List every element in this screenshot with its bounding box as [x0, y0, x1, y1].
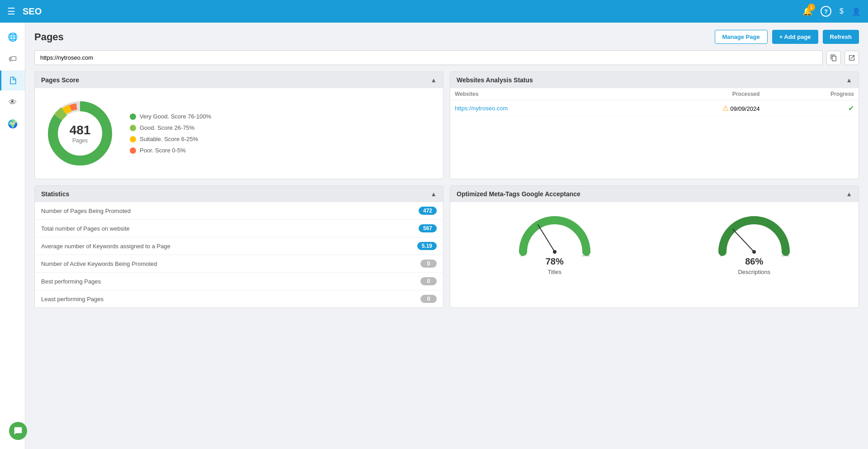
svg-text:360: 360: [781, 255, 789, 256]
pages-score-title: Pages Score: [41, 76, 79, 84]
websites-analysis-title: Websites Analysis Status: [457, 76, 533, 84]
url-bar: https://nytroseo.com: [34, 50, 859, 65]
stat-row-4: Best performing Pages 0: [35, 273, 443, 290]
statistics-card: Statistics ▲ Number of Pages Being Promo…: [34, 185, 443, 308]
app-title: SEO: [23, 6, 802, 17]
pages-score-card: Pages Score ▲: [34, 71, 443, 179]
legend-label-very-good: Very Good. Score 76-100%: [140, 113, 211, 120]
svg-text:0: 0: [520, 255, 523, 256]
sidebar-item-tag[interactable]: 🏷: [0, 49, 25, 69]
header-actions: Manage Page + Add page Refresh: [715, 30, 859, 44]
copy-icon[interactable]: [826, 51, 841, 65]
website-url: https://nytroseo.com: [450, 100, 630, 117]
stat-label-2: Average number of Keywords assigned to a…: [41, 243, 170, 250]
sidebar-item-pages[interactable]: [0, 71, 25, 90]
stat-label-0: Number of Pages Being Promoted: [41, 208, 131, 214]
sidebar-item-eye[interactable]: 👁: [0, 92, 25, 112]
gauge-descriptions-label: Descriptions: [738, 269, 770, 275]
stat-label-5: Least performing Pages: [41, 296, 104, 302]
svg-text:360: 360: [582, 255, 590, 256]
websites-analysis-collapse[interactable]: ▲: [846, 76, 852, 84]
websites-analysis-card: Websites Analysis Status ▲ Websites Proc…: [450, 71, 859, 179]
check-icon: ✔: [848, 104, 854, 112]
gauge-titles: 0 360 78% Titles: [514, 211, 595, 275]
websites-analysis-header: Websites Analysis Status ▲: [450, 72, 859, 88]
legend-dot-suitable: [130, 136, 136, 142]
stat-badge-1: 567: [419, 224, 437, 232]
legend-poor: Poor. Score 0-5%: [130, 147, 211, 154]
stat-row-0: Number of Pages Being Promoted 472: [35, 202, 443, 220]
dollar-icon[interactable]: $: [840, 7, 844, 15]
gauge-descriptions: 0 360 86% Descriptions: [713, 211, 795, 275]
sidebar-item-world[interactable]: 🌍: [0, 114, 25, 134]
chat-bubble[interactable]: [9, 422, 27, 440]
bell-icon[interactable]: 🔔 1: [802, 6, 812, 16]
svg-line-5: [538, 225, 555, 252]
refresh-button[interactable]: Refresh: [823, 30, 859, 44]
stat-badge-2: 5.19: [417, 242, 437, 250]
notification-badge: 1: [808, 4, 815, 11]
stat-row-3: Number of Active Keywords Being Promoted…: [35, 255, 443, 273]
donut-center: 481 Pages: [70, 123, 91, 144]
meta-tags-header: Optimized Meta-Tags Google Acceptance ▲: [450, 186, 859, 202]
col-progress: Progress: [764, 88, 859, 100]
table-row: https://nytroseo.com ⚠ 09/09/2024 ✔: [450, 100, 859, 117]
statistics-title: Statistics: [41, 190, 69, 198]
url-select[interactable]: https://nytroseo.com: [34, 50, 823, 65]
pages-score-header: Pages Score ▲: [35, 72, 443, 88]
stat-row-1: Total number of Pages on website 567: [35, 220, 443, 237]
legend: Very Good. Score 76-100% Good. Score 26-…: [130, 113, 211, 154]
external-link-icon[interactable]: [844, 51, 859, 65]
legend-dot-poor: [130, 147, 136, 154]
stat-badge-5: 0: [420, 295, 437, 303]
stat-row-2: Average number of Keywords assigned to a…: [35, 237, 443, 255]
dashboard-grid: Pages Score ▲: [34, 71, 859, 308]
legend-very-good: Very Good. Score 76-100%: [130, 113, 211, 120]
add-page-button[interactable]: + Add page: [772, 30, 818, 44]
hamburger-menu[interactable]: ☰: [7, 6, 15, 17]
progress-status: ✔: [764, 100, 859, 117]
gauge-descriptions-percent: 86%: [745, 256, 763, 267]
legend-suitable: Suitable. Score 6-25%: [130, 136, 211, 142]
meta-tags-collapse[interactable]: ▲: [846, 190, 852, 198]
stat-label-4: Best performing Pages: [41, 278, 101, 285]
meta-tags-title: Optimized Meta-Tags Google Acceptance: [457, 190, 580, 198]
warning-icon: ⚠: [722, 104, 729, 112]
websites-analysis-body: Websites Processed Progress https://nytr…: [450, 88, 859, 117]
legend-good: Good. Score 26-75%: [130, 124, 211, 131]
stat-badge-3: 0: [420, 260, 437, 268]
svg-point-10: [752, 250, 756, 254]
col-processed: Processed: [630, 88, 764, 100]
gauge-titles-percent: 78%: [546, 256, 564, 267]
legend-label-poor: Poor. Score 0-5%: [140, 147, 186, 154]
page-title: Pages: [34, 31, 64, 43]
sidebar-item-globe[interactable]: 🌐: [0, 27, 25, 47]
donut-chart: 481 Pages: [44, 97, 116, 170]
stat-badge-0: 472: [419, 207, 437, 215]
stat-badge-4: 0: [420, 277, 437, 285]
legend-label-good: Good. Score 26-75%: [140, 124, 194, 131]
layout: 🌐 🏷 👁 🌍 Pages Manage Page + Add page Ref…: [0, 23, 868, 449]
pages-score-collapse[interactable]: ▲: [430, 76, 437, 84]
user-icon[interactable]: 👤: [852, 7, 861, 16]
legend-dot-very-good: [130, 113, 136, 120]
top-nav: ☰ SEO 🔔 1 ? $ 👤: [0, 0, 868, 23]
nav-icons: 🔔 1 ? $ 👤: [802, 6, 861, 17]
sidebar: 🌐 🏷 👁 🌍: [0, 23, 25, 449]
svg-text:0: 0: [720, 255, 722, 256]
stat-row-5: Least performing Pages 0: [35, 290, 443, 307]
col-websites: Websites: [450, 88, 630, 100]
statistics-header: Statistics ▲: [35, 186, 443, 202]
websites-table: Websites Processed Progress https://nytr…: [450, 88, 859, 117]
donut-label: Pages: [70, 137, 91, 144]
gauges-container: 0 360 78% Titles: [450, 202, 859, 284]
statistics-collapse[interactable]: ▲: [430, 190, 437, 198]
manage-page-button[interactable]: Manage Page: [715, 30, 768, 44]
main-content: Pages Manage Page + Add page Refresh htt…: [25, 23, 868, 449]
legend-label-suitable: Suitable. Score 6-25%: [140, 136, 198, 142]
website-link[interactable]: https://nytroseo.com: [455, 105, 508, 112]
meta-tags-card: Optimized Meta-Tags Google Acceptance ▲: [450, 185, 859, 308]
stat-label-1: Total number of Pages on website: [41, 225, 130, 232]
help-icon[interactable]: ?: [821, 6, 831, 17]
svg-line-9: [733, 229, 754, 252]
